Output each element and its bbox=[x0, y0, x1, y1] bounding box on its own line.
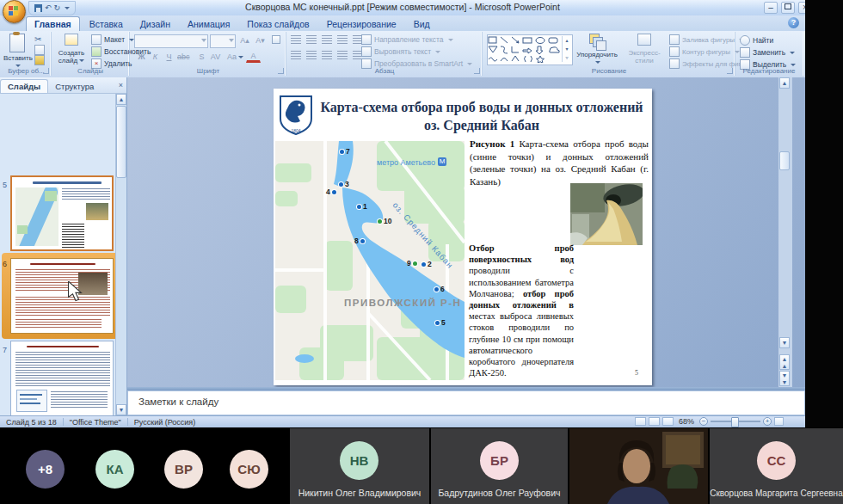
scroll-down-icon[interactable]: ▼ bbox=[116, 404, 126, 415]
minimize-button[interactable]: – bbox=[764, 2, 778, 14]
slide-canvas[interactable]: 1804 Карта-схема отбора проб воды и донн… bbox=[274, 89, 652, 385]
arrange-button[interactable]: Упорядочить bbox=[575, 33, 619, 66]
zoom-in-button[interactable]: + bbox=[763, 417, 772, 426]
quick-styles-button[interactable]: Экспресс-стили bbox=[621, 33, 668, 65]
slides-panel: Слайды Структура × 5 6 bbox=[0, 77, 127, 415]
cut-button[interactable]: ✂ bbox=[34, 34, 41, 44]
text-direction-icon bbox=[361, 34, 372, 45]
normal-view-button[interactable] bbox=[635, 417, 646, 426]
bullets-icon[interactable] bbox=[291, 35, 301, 44]
participant-avatar[interactable]: КА bbox=[95, 450, 134, 489]
sample-point: 10 bbox=[378, 217, 391, 225]
text-direction-button[interactable]: Направление текста bbox=[361, 34, 453, 45]
help-button[interactable]: ? bbox=[788, 17, 799, 28]
copy-button[interactable] bbox=[34, 45, 45, 55]
zoom-out-button[interactable]: − bbox=[699, 417, 708, 426]
tab-home[interactable]: Главная bbox=[26, 16, 80, 31]
tab-design[interactable]: Дизайн bbox=[132, 17, 178, 31]
slide-thumbnail-7[interactable] bbox=[10, 341, 114, 416]
slideshow-view-button[interactable] bbox=[662, 417, 674, 426]
format-painter-button[interactable] bbox=[34, 55, 45, 65]
layout-button[interactable]: Макет bbox=[91, 34, 134, 45]
shrink-font-button[interactable]: А▾ bbox=[253, 34, 268, 47]
shapes-gallery[interactable]: ▴▾▿ bbox=[487, 34, 573, 65]
align-text-icon bbox=[361, 46, 372, 57]
tab-review[interactable]: Рецензирование bbox=[319, 17, 404, 31]
font-dialog-launcher[interactable] bbox=[278, 68, 284, 74]
underline-button[interactable]: Ч bbox=[162, 51, 176, 64]
align-center-icon[interactable] bbox=[306, 51, 317, 59]
notes-pane[interactable]: Заметки к слайду bbox=[127, 390, 805, 415]
justify-icon[interactable] bbox=[337, 51, 348, 59]
slide-thumbnail-5[interactable] bbox=[10, 175, 114, 251]
office-logo-icon bbox=[9, 6, 18, 15]
shapes-scroll[interactable]: ▴▾▿ bbox=[562, 36, 571, 62]
participant-video-tile[interactable] bbox=[569, 428, 708, 504]
format-painter-icon bbox=[34, 55, 45, 65]
editor-scrollbar[interactable]: ▲ ▼ ▲▲ ▼▼ bbox=[778, 77, 792, 387]
clipboard-dialog-launcher[interactable] bbox=[43, 68, 49, 74]
slide-thumbnail-6[interactable] bbox=[10, 258, 114, 334]
italic-button[interactable]: К bbox=[148, 51, 163, 64]
sample-point: 8 bbox=[354, 237, 365, 245]
strikethrough-button[interactable]: abc bbox=[175, 51, 192, 64]
clear-formatting-button[interactable] bbox=[268, 34, 283, 47]
character-spacing-button[interactable]: AV bbox=[208, 51, 223, 64]
paste-button[interactable]: Вставить bbox=[3, 33, 31, 70]
increase-indent-icon[interactable] bbox=[337, 35, 348, 44]
align-right-icon[interactable] bbox=[322, 51, 332, 59]
tab-insert[interactable]: Вставка bbox=[82, 17, 131, 31]
previous-slide-button[interactable]: ▲▲ bbox=[779, 354, 790, 370]
participant-avatar[interactable]: СЮ bbox=[230, 450, 268, 489]
figure-caption: Рисунок 1 Карта-схема отбора проб воды (… bbox=[470, 138, 649, 187]
notes-placeholder: Заметки к слайду bbox=[138, 396, 218, 407]
drawing-dialog-launcher[interactable] bbox=[727, 68, 733, 74]
zoom-slider-thumb[interactable] bbox=[731, 417, 739, 427]
font-size-combo[interactable] bbox=[210, 34, 236, 48]
new-slide-button[interactable]: Создать слайд bbox=[53, 33, 89, 65]
tab-view[interactable]: Вид bbox=[406, 17, 438, 31]
participant-tile-badrutdinov[interactable]: БР Бадрутдинов Олег Рауфович bbox=[431, 428, 568, 504]
tab-outline[interactable]: Структура bbox=[48, 80, 101, 93]
align-text-button[interactable]: Выровнять текст bbox=[361, 46, 440, 57]
panel-scrollbar[interactable]: ▲ ▼ bbox=[115, 94, 126, 415]
zoom-slider[interactable] bbox=[711, 421, 760, 422]
office-button[interactable] bbox=[3, 0, 26, 23]
font-color-button[interactable]: А bbox=[246, 51, 261, 63]
scroll-up-icon[interactable]: ▲ bbox=[116, 94, 126, 105]
sample-point: 9 bbox=[407, 259, 417, 267]
scroll-thumb[interactable] bbox=[779, 151, 790, 170]
replace-icon bbox=[740, 47, 750, 58]
decrease-indent-icon[interactable] bbox=[322, 35, 332, 44]
shape-outline-button[interactable]: Контур фигуры bbox=[669, 46, 740, 57]
tab-slides[interactable]: Слайды bbox=[0, 79, 48, 93]
next-slide-button[interactable]: ▼▼ bbox=[779, 371, 790, 386]
fit-to-window-button[interactable] bbox=[774, 417, 784, 426]
replace-button[interactable]: Заменить bbox=[740, 47, 795, 58]
grow-font-button[interactable]: А▴ bbox=[237, 34, 252, 47]
overflow-participants-avatar[interactable]: +8 bbox=[26, 450, 65, 489]
scroll-down-icon[interactable]: ▼ bbox=[779, 337, 790, 348]
change-case-button[interactable]: Аа bbox=[225, 51, 245, 64]
scroll-up-icon[interactable]: ▲ bbox=[779, 77, 790, 89]
sample-point: 5 bbox=[435, 318, 446, 327]
find-button[interactable]: Найти bbox=[740, 35, 773, 46]
panel-close-icon[interactable]: × bbox=[119, 81, 123, 89]
slide-sorter-view-button[interactable] bbox=[649, 417, 660, 426]
sample-point: 3 bbox=[339, 180, 349, 188]
tab-slideshow[interactable]: Показ слайдов bbox=[239, 17, 317, 31]
language-indicator[interactable]: Русский (Россия) bbox=[128, 418, 201, 427]
numbering-icon[interactable] bbox=[306, 35, 317, 44]
scroll-thumb[interactable] bbox=[116, 106, 126, 178]
font-name-combo[interactable] bbox=[134, 34, 208, 48]
participant-avatar[interactable]: ВР bbox=[164, 450, 203, 489]
tab-animation[interactable]: Анимация bbox=[180, 17, 237, 31]
participant-tile-skvortsova[interactable]: СС Скворцова Маргарита Сергеевна bbox=[710, 428, 843, 504]
paragraph-dialog-launcher[interactable] bbox=[474, 68, 480, 74]
participant-tile-nikitin[interactable]: НВ Никитин Олег Владимирович bbox=[290, 428, 429, 504]
restore-button[interactable] bbox=[781, 2, 795, 14]
text-shadow-button[interactable]: S bbox=[194, 51, 209, 64]
shape-fill-button[interactable]: Заливка фигуры bbox=[669, 34, 744, 45]
align-left-icon[interactable] bbox=[291, 51, 301, 59]
bold-button[interactable]: Ж bbox=[134, 51, 149, 64]
